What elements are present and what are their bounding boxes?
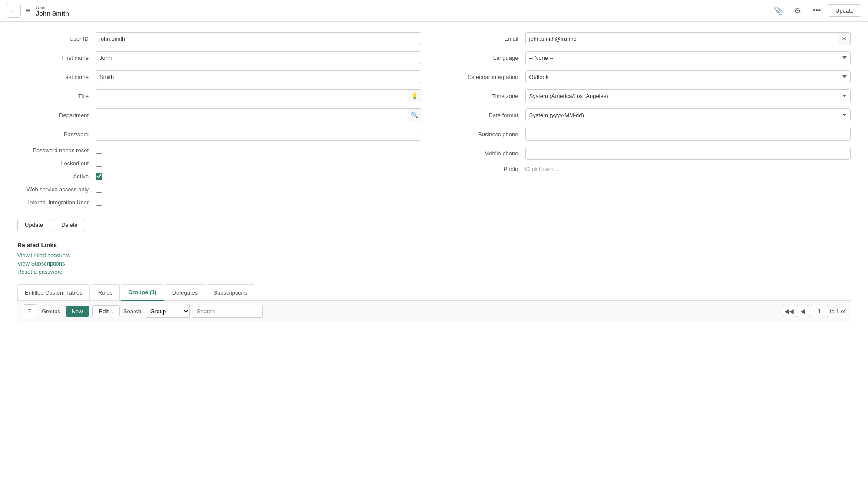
timezone-select[interactable]: System (America/Los_Angeles) UTC EST PST (525, 89, 851, 102)
back-button[interactable]: ← (7, 4, 21, 18)
department-search-button[interactable]: 🔍 (408, 108, 421, 121)
reset-password-link[interactable]: Reset a password (17, 269, 851, 275)
mobile-phone-row: Mobile phone (447, 147, 851, 160)
business-phone-label: Business phone (447, 131, 525, 138)
locked-out-label: Locked out (17, 160, 96, 167)
view-subscriptions-link[interactable]: View Subscriptions (17, 260, 851, 267)
settings-button[interactable]: ⚙ (790, 3, 805, 19)
web-service-row: Web service access only (17, 186, 421, 193)
tab-delegates[interactable]: Delegates (165, 284, 205, 301)
last-name-label: Last name (17, 74, 96, 80)
date-format-select[interactable]: System (yyyy-MM-dd) MM/dd/yyyy dd/MM/yyy… (525, 108, 851, 121)
app-header: ← ≡ User John Smith 📎 ⚙ ••• Update (0, 0, 868, 22)
timezone-label: Time zone (447, 93, 525, 99)
password-reset-row: Password needs reset (17, 147, 421, 154)
internal-integration-label: Internal Integration User (17, 199, 96, 206)
title-input-wrap: 💡 (96, 89, 421, 102)
department-input[interactable] (96, 108, 408, 121)
title-lightbulb-button[interactable]: 💡 (408, 89, 421, 102)
department-row: Department 🔍 (17, 108, 421, 121)
pager-first-button[interactable]: ◀◀ (783, 305, 795, 317)
web-service-checkbox-wrap (96, 186, 102, 193)
password-row: Password (17, 128, 421, 141)
delete-button[interactable]: Delete (54, 219, 85, 231)
first-name-label: First name (17, 55, 96, 61)
user-id-input[interactable] (96, 32, 421, 45)
tab-groups[interactable]: Groups (1) (121, 284, 164, 301)
related-links-section: Related Links View linked accounts View … (17, 242, 851, 275)
last-name-input[interactable] (96, 70, 421, 83)
hamburger-icon[interactable]: ≡ (26, 6, 31, 15)
active-checkbox-wrap (96, 173, 102, 180)
mobile-phone-label: Mobile phone (447, 150, 525, 157)
pager-current-input[interactable] (811, 305, 828, 317)
locked-out-checkbox-wrap (96, 160, 102, 167)
tab-toolbar: ≡ Groups New Edit... Search Group Name D… (17, 301, 851, 322)
password-input[interactable] (96, 128, 421, 141)
mobile-phone-input[interactable] (525, 147, 851, 160)
tabs-header: Entitled Custom Tables Roles Groups (1) … (17, 284, 851, 301)
calendar-row: Calendar integration Outlook Google None (447, 70, 851, 83)
calendar-select[interactable]: Outlook Google None (525, 70, 851, 83)
form-left-column: User ID First name Last name Title 💡 (17, 32, 421, 212)
tab-roles[interactable]: Roles (91, 284, 120, 301)
photo-label: Photo (447, 166, 525, 172)
email-input[interactable] (525, 32, 838, 45)
photo-placeholder[interactable]: Click to add... (525, 166, 560, 172)
email-label: Email (447, 36, 525, 42)
page-title: John Smith (36, 10, 69, 17)
user-id-label: User ID (17, 36, 96, 42)
toolbar-edit-button[interactable]: Edit... (92, 305, 120, 317)
header-update-button[interactable]: Update (828, 4, 861, 17)
header-right: 📎 ⚙ ••• Update (771, 3, 861, 19)
pager-prev-button[interactable]: ◀ (797, 305, 809, 317)
active-row: Active (17, 173, 421, 180)
toolbar-search-field-select[interactable]: Group Name Description (145, 305, 190, 318)
language-select[interactable]: -- None -- English French German Spanish (525, 51, 851, 64)
breadcrumb: User (36, 5, 69, 10)
form-section: User ID First name Last name Title 💡 (17, 32, 851, 212)
header-left: ← ≡ User John Smith (7, 4, 69, 18)
tabs-container: Entitled Custom Tables Roles Groups (1) … (17, 284, 851, 322)
paperclip-button[interactable]: 📎 (771, 3, 786, 19)
language-row: Language -- None -- English French Germa… (447, 51, 851, 64)
view-linked-accounts-link[interactable]: View linked accounts (17, 252, 851, 259)
action-buttons: Update Delete (17, 219, 851, 231)
update-button[interactable]: Update (17, 219, 50, 231)
department-label: Department (17, 112, 96, 118)
header-title: User John Smith (36, 5, 69, 17)
first-name-input[interactable] (96, 51, 421, 64)
active-checkbox[interactable] (96, 173, 102, 180)
locked-out-row: Locked out (17, 160, 421, 167)
toolbar-menu-button[interactable]: ≡ (23, 304, 36, 318)
title-label: Title (17, 93, 96, 99)
internal-integration-checkbox[interactable] (96, 199, 102, 206)
tab-subscriptions[interactable]: Subscriptions (206, 284, 254, 301)
business-phone-input[interactable] (525, 128, 851, 141)
related-links-title: Related Links (17, 242, 851, 249)
calendar-label: Calendar integration (447, 74, 525, 80)
toolbar-new-button[interactable]: New (66, 306, 89, 317)
timezone-row: Time zone System (America/Los_Angeles) U… (447, 89, 851, 102)
first-name-row: First name (17, 51, 421, 64)
locked-out-checkbox[interactable] (96, 160, 102, 167)
email-row: Email ✉ (447, 32, 851, 45)
password-reset-checkbox[interactable] (96, 147, 102, 154)
password-reset-label: Password needs reset (17, 147, 96, 154)
toolbar-search-input[interactable] (193, 305, 263, 318)
date-format-label: Date format (447, 112, 525, 118)
toolbar-pager: ◀◀ ◀ to 1 of (783, 305, 845, 317)
business-phone-row: Business phone (447, 128, 851, 141)
email-icon-button[interactable]: ✉ (838, 32, 851, 45)
tab-entitled-custom-tables[interactable]: Entitled Custom Tables (17, 284, 90, 301)
active-label: Active (17, 173, 96, 180)
title-input[interactable] (96, 89, 408, 102)
pager-of-label: to 1 of (830, 308, 845, 315)
web-service-checkbox[interactable] (96, 186, 102, 193)
more-button[interactable]: ••• (809, 3, 825, 19)
date-format-row: Date format System (yyyy-MM-dd) MM/dd/yy… (447, 108, 851, 121)
language-label: Language (447, 55, 525, 61)
email-input-wrap: ✉ (525, 32, 851, 45)
main-content: User ID First name Last name Title 💡 (0, 22, 868, 332)
toolbar-groups-label: Groups (40, 308, 62, 315)
